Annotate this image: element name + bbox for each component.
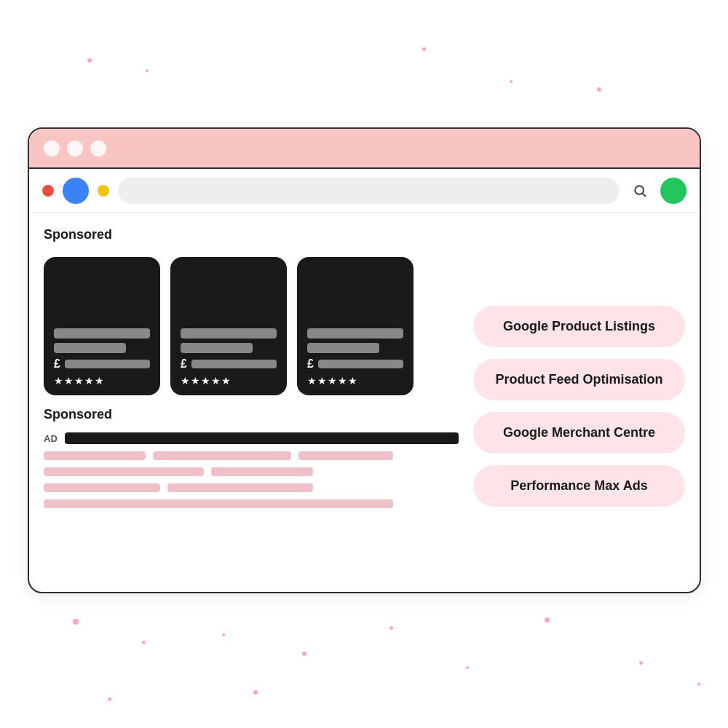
- right-panel: Google Product Listings Product Feed Opt…: [473, 227, 685, 577]
- decorative-dot: [510, 80, 513, 83]
- decorative-dot: [639, 661, 643, 665]
- circle-blue: [63, 178, 89, 204]
- decorative-dot: [146, 69, 149, 72]
- pill-performance-max-ads[interactable]: Performance Max Ads: [473, 465, 685, 507]
- decorative-dot: [108, 697, 111, 701]
- decorative-dot: [253, 690, 258, 695]
- circle-yellow: [98, 185, 109, 197]
- product-card-bar-1: [54, 328, 150, 339]
- browser-content: Sponsored £ ★★★★★: [29, 213, 700, 592]
- price-symbol-3: £: [307, 357, 314, 371]
- text-bar: [44, 451, 146, 460]
- product-card-bar-6: [307, 343, 379, 353]
- price-row-1: £: [54, 357, 150, 371]
- text-bar-row-2: [44, 467, 459, 476]
- text-bar: [167, 483, 313, 492]
- price-bar-3: [318, 360, 403, 368]
- product-card-bar-5: [307, 328, 403, 339]
- stars-1: ★★★★★: [54, 375, 150, 387]
- decorative-dot: [73, 619, 79, 625]
- decorative-dot: [597, 87, 601, 92]
- decorative-dot: [389, 626, 393, 630]
- stars-2: ★★★★★: [181, 375, 277, 387]
- text-bar-row-1: [44, 451, 459, 460]
- circle-green: [660, 178, 687, 204]
- product-card-bar-3: [181, 328, 277, 339]
- price-symbol-2: £: [181, 357, 187, 371]
- text-bar-row-4: [44, 499, 459, 508]
- decorative-dot: [87, 58, 92, 63]
- text-bar: [44, 467, 204, 476]
- price-row-2: £: [181, 357, 277, 371]
- decorative-dot: [222, 633, 225, 636]
- titlebar-dot-2: [67, 141, 83, 157]
- text-bar-row-3: [44, 483, 459, 492]
- browser-addressbar: [29, 169, 700, 213]
- decorative-dot: [466, 666, 469, 669]
- left-panel: Sponsored £ ★★★★★: [44, 227, 459, 577]
- pill-google-product-listings[interactable]: Google Product Listings: [473, 306, 685, 347]
- ad-label: AD: [44, 433, 58, 444]
- address-bar-input[interactable]: [118, 178, 620, 204]
- titlebar-dot-3: [90, 141, 106, 157]
- browser-window: Sponsored £ ★★★★★: [28, 127, 701, 593]
- ad-title-row: AD: [44, 432, 459, 444]
- product-cards-row: £ ★★★★★ £ ★★★★★: [44, 257, 459, 395]
- search-icon[interactable]: [628, 179, 652, 202]
- browser-titlebar: [29, 129, 700, 169]
- product-card-bar-2: [54, 343, 126, 353]
- text-bar: [153, 451, 291, 460]
- product-card-2[interactable]: £ ★★★★★: [170, 257, 287, 395]
- text-bar: [44, 483, 160, 492]
- text-bar: [44, 499, 393, 508]
- text-bar: [211, 467, 313, 476]
- product-card-1[interactable]: £ ★★★★★: [44, 257, 160, 395]
- decorative-dot: [142, 641, 146, 644]
- text-bar: [298, 451, 393, 460]
- titlebar-dot-1: [44, 141, 60, 157]
- pill-google-merchant-centre[interactable]: Google Merchant Centre: [473, 412, 685, 454]
- decorative-dot: [302, 652, 306, 656]
- product-card-3[interactable]: £ ★★★★★: [297, 257, 414, 395]
- price-bar-1: [65, 360, 150, 368]
- decorative-dot: [422, 47, 426, 51]
- product-card-bar-4: [181, 343, 253, 353]
- ad-title-bar: [65, 432, 459, 444]
- sponsored-ad-section: Sponsored AD: [44, 407, 459, 508]
- price-row-3: £: [307, 357, 403, 371]
- stars-3: ★★★★★: [307, 375, 403, 387]
- decorative-dot: [545, 617, 550, 622]
- pill-product-feed-optimisation[interactable]: Product Feed Optimisation: [473, 359, 685, 400]
- sponsored-label-1: Sponsored: [44, 227, 459, 242]
- price-bar-2: [191, 360, 277, 368]
- decorative-dot: [697, 683, 700, 686]
- circle-red: [42, 185, 54, 197]
- sponsored-label-2: Sponsored: [44, 407, 459, 422]
- svg-line-1: [643, 193, 646, 196]
- price-symbol-1: £: [54, 357, 60, 371]
